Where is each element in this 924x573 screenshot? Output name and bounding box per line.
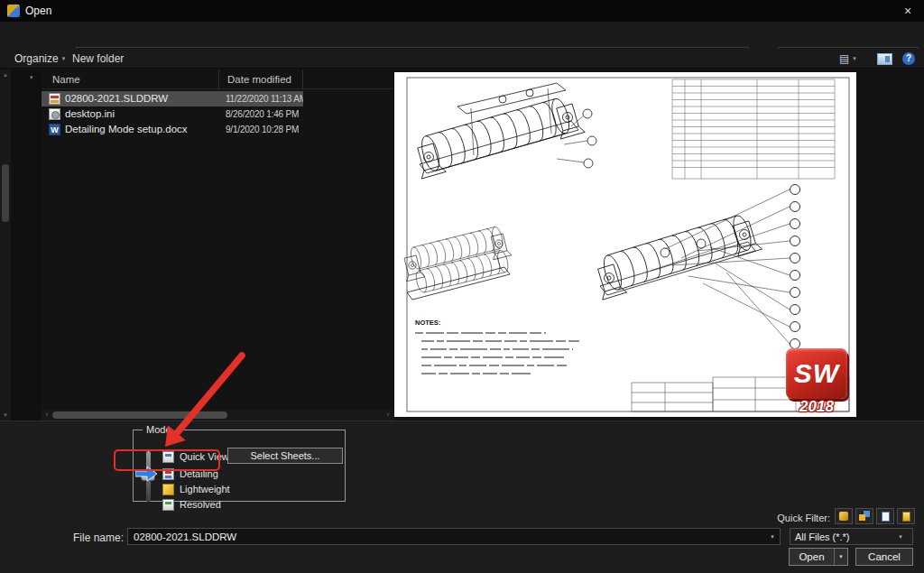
- scrollbar-thumb[interactable]: [52, 411, 227, 419]
- quick-view-icon: [162, 451, 174, 463]
- file-name-combo[interactable]: ▾: [127, 528, 781, 545]
- column-header-date[interactable]: Date modified: [219, 69, 303, 89]
- file-type-dropdown-icon: ▾: [893, 533, 908, 541]
- new-folder-button[interactable]: New folder: [72, 49, 124, 69]
- caret-down-icon: ▾: [853, 55, 856, 61]
- window-title: Open: [25, 0, 51, 22]
- file-name: 02800-2021.SLDDRW: [65, 91, 168, 106]
- dialog-footer: Mode Quick View Detailing Lightweight Re…: [0, 421, 924, 573]
- drawing-icon: [882, 512, 890, 522]
- notes-label: NOTES:: [415, 319, 440, 327]
- file-date: 8/26/2020 1:46 PM: [226, 106, 303, 122]
- column-headers: Name Date modified: [42, 69, 393, 89]
- scroll-right-icon[interactable]: ›: [383, 410, 393, 421]
- mode-option-quick-view[interactable]: Quick View: [162, 449, 229, 464]
- preview-pane-icon[interactable]: [877, 53, 892, 65]
- file-date: 11/22/2020 11:13 AM: [226, 91, 303, 106]
- solidworks-logo: SW 2018: [779, 348, 855, 416]
- filter-toplevel-button[interactable]: [897, 508, 915, 524]
- help-icon[interactable]: ?: [902, 52, 915, 65]
- filter-drawings-button[interactable]: [876, 508, 894, 524]
- select-sheets-button[interactable]: Select Sheets...: [227, 448, 343, 464]
- tree-scrollbar[interactable]: ▴ ▾: [0, 69, 11, 421]
- file-name: Detailing Mode setup.docx: [65, 122, 188, 137]
- open-dropdown-icon[interactable]: ▾: [834, 549, 847, 565]
- file-name-label: File name:: [50, 531, 124, 544]
- sheet-icon: [902, 512, 910, 522]
- mode-option-lightweight[interactable]: Lightweight: [162, 482, 230, 496]
- titlebar: Open ×: [0, 0, 924, 22]
- quick-filter-label: Quick Filter:: [756, 513, 830, 523]
- file-list: Name Date modified 02800-2021.SLDDRW 11/…: [42, 69, 393, 421]
- logo-year: 2018: [779, 398, 855, 416]
- open-button[interactable]: Open ▾: [789, 548, 848, 566]
- file-name: desktop.ini: [65, 106, 115, 122]
- solidworks-cube-icon: SW: [786, 348, 847, 399]
- folder-tree-pane: [11, 69, 42, 421]
- tree-collapse-chevron-icon[interactable]: ▾: [30, 74, 33, 81]
- mode-option-label: Quick View: [180, 451, 229, 462]
- list-horizontal-scrollbar[interactable]: ‹ ›: [42, 410, 393, 421]
- filter-assemblies-button[interactable]: [855, 508, 873, 524]
- organize-menu[interactable]: Organize▾: [14, 49, 65, 69]
- filter-parts-button[interactable]: [835, 508, 853, 524]
- mode-option-label: Detailing: [180, 468, 218, 479]
- file-row-slddrw[interactable]: 02800-2021.SLDDRW 11/22/2020 11:13 AM: [42, 91, 303, 106]
- lightweight-icon: [162, 484, 174, 495]
- mode-option-detailing[interactable]: Detailing: [162, 467, 218, 481]
- cancel-button[interactable]: Cancel: [855, 548, 913, 566]
- scroll-up-icon[interactable]: ▴: [0, 69, 11, 80]
- command-bar: Organize▾ New folder ▤▾ ?: [0, 49, 924, 69]
- open-dialog: Open × ← → ▾ ↑ LP5-MSC-DSA › DATA (E:) ›…: [0, 0, 924, 573]
- app-icon: [7, 5, 20, 17]
- scroll-left-icon[interactable]: ‹: [42, 410, 52, 421]
- resolved-icon: [162, 499, 174, 511]
- ini-file-icon: [49, 108, 60, 120]
- navigation-bar: ← → ▾ ↑ LP5-MSC-DSA › DATA (E:) › SOLIDW…: [0, 22, 924, 49]
- assembly-icon: [859, 514, 865, 521]
- slddrw-file-icon: [49, 93, 60, 105]
- mode-panel-label: Mode: [143, 424, 175, 435]
- word-file-icon: W: [49, 124, 60, 135]
- file-name-dropdown-icon[interactable]: ▾: [765, 533, 780, 541]
- file-type-select[interactable]: All Files (*.*) ▾: [790, 528, 913, 545]
- detailing-icon: [162, 468, 174, 480]
- part-icon: [839, 512, 848, 521]
- mode-option-label: Lightweight: [180, 484, 230, 494]
- scrollbar-thumb[interactable]: [2, 164, 9, 222]
- file-row-ini[interactable]: desktop.ini 8/26/2020 1:46 PM: [42, 106, 303, 122]
- logo-text: SW: [794, 358, 839, 389]
- file-type-value: All Files (*.*): [795, 531, 850, 542]
- open-button-label[interactable]: Open: [790, 549, 834, 565]
- close-icon[interactable]: ×: [892, 0, 924, 22]
- organize-label: Organize: [14, 52, 59, 65]
- mode-panel: Mode Quick View Detailing Lightweight Re…: [133, 424, 346, 502]
- mode-pointer-icon: [135, 466, 159, 482]
- mode-option-label: Resolved: [180, 499, 221, 510]
- change-view-button[interactable]: ▤▾: [839, 49, 856, 69]
- mode-option-resolved[interactable]: Resolved: [162, 497, 221, 512]
- caret-down-icon: ▾: [62, 55, 66, 61]
- scroll-down-icon[interactable]: ▾: [0, 410, 11, 421]
- file-date: 9/1/2020 10:28 PM: [226, 122, 303, 137]
- column-header-name[interactable]: Name: [42, 69, 219, 89]
- list-view-icon: ▤: [839, 52, 849, 65]
- file-row-docx[interactable]: W Detailing Mode setup.docx 9/1/2020 10:…: [42, 122, 303, 137]
- file-name-input[interactable]: [128, 531, 765, 542]
